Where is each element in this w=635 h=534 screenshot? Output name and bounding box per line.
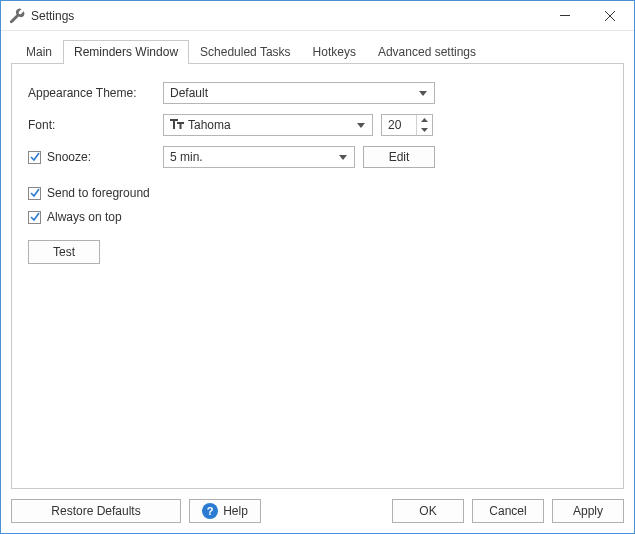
always-on-top-label-text: Always on top (47, 210, 122, 224)
send-foreground-label-text: Send to foreground (47, 186, 150, 200)
snooze-label-text: Snooze: (47, 150, 91, 164)
svg-rect-0 (560, 15, 570, 16)
client-area: Main Reminders Window Scheduled Tasks Ho… (1, 31, 634, 533)
tab-scheduled-tasks[interactable]: Scheduled Tasks (189, 40, 302, 64)
button-label: Restore Defaults (51, 504, 140, 518)
snooze-checkbox[interactable] (28, 151, 41, 164)
appearance-theme-combo[interactable]: Default (163, 82, 435, 104)
combo-value: Default (170, 86, 416, 100)
row-font: Font: Tahoma 20 (28, 114, 607, 136)
chevron-down-icon (416, 91, 430, 96)
spinner-up[interactable] (417, 115, 432, 125)
tab-reminders-window[interactable]: Reminders Window (63, 40, 189, 64)
spinner-down[interactable] (417, 125, 432, 135)
test-button[interactable]: Test (28, 240, 100, 264)
send-foreground-checkbox-label[interactable]: Send to foreground (28, 186, 150, 200)
chevron-down-icon (354, 123, 368, 128)
tab-label: Scheduled Tasks (200, 45, 291, 59)
row-send-to-foreground: Send to foreground (28, 186, 607, 200)
wrench-icon (9, 8, 25, 24)
tab-label: Hotkeys (313, 45, 356, 59)
font-size-spinner[interactable]: 20 (381, 114, 433, 136)
ok-button[interactable]: OK (392, 499, 464, 523)
tab-hotkeys[interactable]: Hotkeys (302, 40, 367, 64)
tab-main[interactable]: Main (15, 40, 63, 64)
font-label: Font: (28, 118, 163, 132)
appearance-theme-label: Appearance Theme: (28, 86, 163, 100)
edit-button[interactable]: Edit (363, 146, 435, 168)
titlebar: Settings (1, 1, 634, 31)
button-label: Cancel (489, 504, 526, 518)
button-label: Apply (573, 504, 603, 518)
dialog-footer: Restore Defaults ? Help OK Cancel Apply (11, 489, 624, 523)
combo-value: Tahoma (188, 118, 354, 132)
spinner-value: 20 (388, 118, 416, 132)
row-appearance-theme: Appearance Theme: Default (28, 82, 607, 104)
tab-panel: Appearance Theme: Default Font: Tahoma (11, 63, 624, 489)
snooze-checkbox-label[interactable]: Snooze: (28, 150, 163, 164)
font-tt-icon (170, 119, 184, 131)
tab-strip: Main Reminders Window Scheduled Tasks Ho… (15, 39, 624, 63)
restore-defaults-button[interactable]: Restore Defaults (11, 499, 181, 523)
row-snooze: Snooze: 5 min. Edit (28, 146, 607, 168)
chevron-down-icon (336, 155, 350, 160)
combo-value: 5 min. (170, 150, 336, 164)
help-button[interactable]: ? Help (189, 499, 261, 523)
tab-advanced-settings[interactable]: Advanced settings (367, 40, 487, 64)
send-foreground-checkbox[interactable] (28, 187, 41, 200)
tab-label: Reminders Window (74, 45, 178, 59)
button-label: OK (419, 504, 436, 518)
button-label: Edit (389, 150, 410, 164)
button-label: Help (223, 504, 248, 518)
tab-label: Main (26, 45, 52, 59)
button-label: Test (53, 245, 75, 259)
spinner-arrows (416, 115, 432, 135)
tab-label: Advanced settings (378, 45, 476, 59)
row-always-on-top: Always on top (28, 210, 607, 224)
row-test: Test (28, 240, 607, 264)
window-title: Settings (31, 9, 74, 23)
close-button[interactable] (587, 1, 632, 30)
apply-button[interactable]: Apply (552, 499, 624, 523)
snooze-combo[interactable]: 5 min. (163, 146, 355, 168)
font-combo[interactable]: Tahoma (163, 114, 373, 136)
cancel-button[interactable]: Cancel (472, 499, 544, 523)
always-on-top-checkbox[interactable] (28, 211, 41, 224)
help-icon: ? (202, 503, 218, 519)
minimize-button[interactable] (542, 1, 587, 30)
always-on-top-checkbox-label[interactable]: Always on top (28, 210, 122, 224)
